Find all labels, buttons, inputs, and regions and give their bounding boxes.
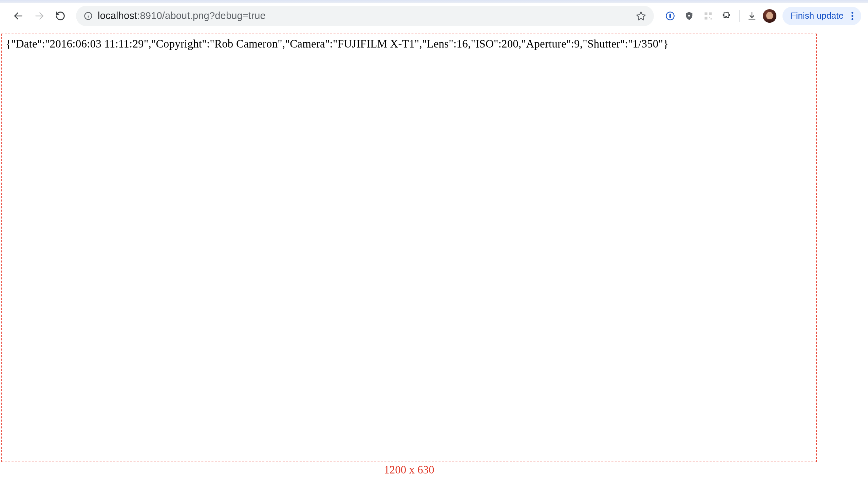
reload-icon xyxy=(55,11,66,21)
url-host: localhost xyxy=(98,10,137,21)
site-info-icon[interactable] xyxy=(83,11,93,21)
back-button[interactable] xyxy=(9,7,28,25)
svg-rect-11 xyxy=(704,17,707,19)
browser-frame-top xyxy=(0,0,868,3)
svg-rect-13 xyxy=(711,18,712,20)
reload-button[interactable] xyxy=(51,7,70,25)
info-icon xyxy=(83,11,93,21)
downloads-button[interactable] xyxy=(744,8,760,24)
svg-point-16 xyxy=(851,12,853,13)
debug-json-text: {"Date":"2016:06:03 11:11:29","Copyright… xyxy=(6,38,669,50)
update-label: Finish update xyxy=(790,11,844,21)
onepassword-icon xyxy=(665,11,675,21)
browser-toolbar: localhost:8910/about.png?debug=true xyxy=(0,3,868,29)
star-icon xyxy=(636,11,646,21)
download-icon xyxy=(747,11,757,21)
toolbar-right: Finish update xyxy=(662,7,861,25)
page-content: {"Date":"2016:06:03 11:11:29","Copyright… xyxy=(0,29,868,476)
address-bar[interactable]: localhost:8910/about.png?debug=true xyxy=(76,6,654,26)
kebab-icon xyxy=(847,11,858,21)
toolbar-separator xyxy=(740,10,740,22)
forward-button[interactable] xyxy=(30,7,49,25)
svg-marker-5 xyxy=(637,12,645,20)
dimensions-label: 1200 x 630 xyxy=(1,464,817,476)
extension-shield[interactable] xyxy=(681,8,697,24)
arrow-left-icon xyxy=(13,11,24,21)
arrow-right-icon xyxy=(34,11,45,21)
update-chip[interactable]: Finish update xyxy=(783,7,861,25)
extension-1password[interactable] xyxy=(662,8,678,24)
url-text[interactable]: localhost:8910/about.png?debug=true xyxy=(98,10,628,21)
svg-rect-10 xyxy=(709,12,712,15)
svg-point-18 xyxy=(851,18,853,20)
svg-point-17 xyxy=(851,15,853,17)
puzzle-icon xyxy=(722,11,732,21)
debug-dashed-box: {"Date":"2016:06:03 11:11:29","Copyright… xyxy=(1,34,817,462)
qr-icon xyxy=(703,11,713,21)
svg-rect-7 xyxy=(670,13,671,18)
extension-qr[interactable] xyxy=(700,8,716,24)
bookmark-button[interactable] xyxy=(633,8,649,24)
shield-icon xyxy=(684,11,694,21)
svg-rect-8 xyxy=(688,15,690,16)
menu-button[interactable] xyxy=(847,11,858,21)
svg-rect-12 xyxy=(709,17,710,18)
extensions-button[interactable] xyxy=(719,8,735,24)
profile-avatar[interactable] xyxy=(763,9,776,23)
url-path: :8910/about.png?debug=true xyxy=(137,10,266,21)
svg-rect-9 xyxy=(704,12,707,15)
